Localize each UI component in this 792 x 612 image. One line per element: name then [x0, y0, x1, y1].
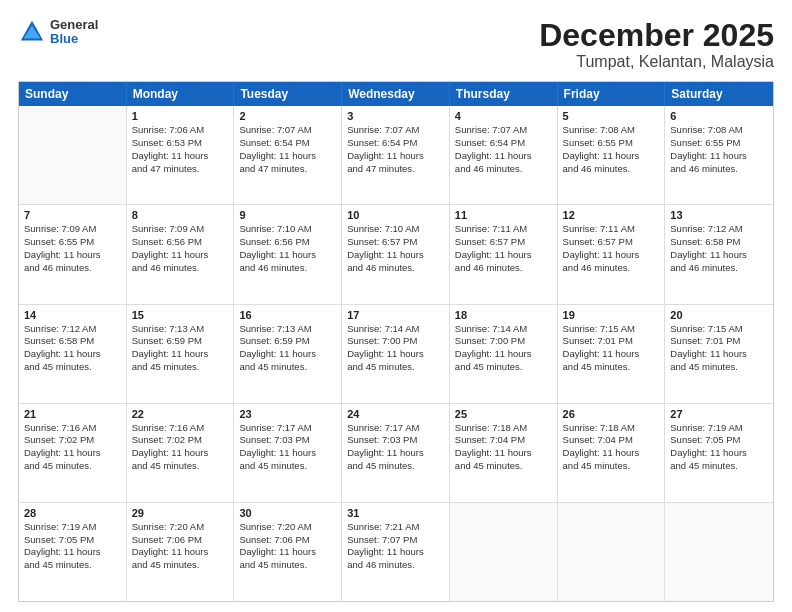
cell-line: Daylight: 11 hours: [563, 249, 660, 262]
cell-line: Daylight: 11 hours: [239, 150, 336, 163]
cell-line: Sunset: 7:01 PM: [670, 335, 768, 348]
cell-w2-d3: 10Sunrise: 7:10 AMSunset: 6:57 PMDayligh…: [342, 205, 450, 303]
calendar-title: December 2025: [539, 18, 774, 53]
cell-line: Sunrise: 7:19 AM: [24, 521, 121, 534]
cell-line: Daylight: 11 hours: [239, 447, 336, 460]
cell-line: Sunrise: 7:10 AM: [347, 223, 444, 236]
cell-line: and 45 minutes.: [132, 460, 229, 473]
header: General Blue December 2025 Tumpat, Kelan…: [18, 18, 774, 71]
cell-line: Daylight: 11 hours: [24, 546, 121, 559]
title-block: December 2025 Tumpat, Kelantan, Malaysia: [539, 18, 774, 71]
cell-line: Sunset: 6:54 PM: [239, 137, 336, 150]
day-number: 9: [239, 209, 336, 221]
day-number: 12: [563, 209, 660, 221]
cell-line: Sunrise: 7:15 AM: [563, 323, 660, 336]
week-4: 21Sunrise: 7:16 AMSunset: 7:02 PMDayligh…: [19, 404, 773, 503]
cell-w5-d0: 28Sunrise: 7:19 AMSunset: 7:05 PMDayligh…: [19, 503, 127, 601]
logo-text: General Blue: [50, 18, 98, 47]
cell-line: and 46 minutes.: [455, 163, 552, 176]
logo-icon: [18, 18, 46, 46]
cell-line: Sunset: 7:03 PM: [347, 434, 444, 447]
cell-w3-d2: 16Sunrise: 7:13 AMSunset: 6:59 PMDayligh…: [234, 305, 342, 403]
cell-line: and 45 minutes.: [239, 559, 336, 572]
cell-line: Daylight: 11 hours: [132, 348, 229, 361]
day-number: 24: [347, 408, 444, 420]
cell-line: and 46 minutes.: [132, 262, 229, 275]
cell-w1-d1: 1Sunrise: 7:06 AMSunset: 6:53 PMDaylight…: [127, 106, 235, 204]
cell-line: Sunset: 7:04 PM: [455, 434, 552, 447]
cell-line: Sunrise: 7:18 AM: [563, 422, 660, 435]
logo: General Blue: [18, 18, 98, 47]
day-number: 22: [132, 408, 229, 420]
day-number: 17: [347, 309, 444, 321]
cell-line: Daylight: 11 hours: [347, 546, 444, 559]
cell-line: Sunset: 6:57 PM: [563, 236, 660, 249]
cell-line: Sunrise: 7:20 AM: [132, 521, 229, 534]
day-number: 11: [455, 209, 552, 221]
day-number: 25: [455, 408, 552, 420]
header-monday: Monday: [127, 82, 235, 106]
header-tuesday: Tuesday: [234, 82, 342, 106]
cell-line: Daylight: 11 hours: [132, 150, 229, 163]
cell-line: and 46 minutes.: [347, 262, 444, 275]
cell-line: Sunset: 7:06 PM: [132, 534, 229, 547]
cell-line: Sunset: 6:57 PM: [455, 236, 552, 249]
cell-line: Sunset: 6:53 PM: [132, 137, 229, 150]
cell-line: Sunset: 7:01 PM: [563, 335, 660, 348]
cell-line: Sunset: 7:00 PM: [347, 335, 444, 348]
cell-line: Daylight: 11 hours: [24, 249, 121, 262]
cell-w5-d3: 31Sunrise: 7:21 AMSunset: 7:07 PMDayligh…: [342, 503, 450, 601]
cell-line: and 45 minutes.: [132, 361, 229, 374]
cell-line: Daylight: 11 hours: [24, 447, 121, 460]
cell-line: and 45 minutes.: [239, 460, 336, 473]
cell-w2-d5: 12Sunrise: 7:11 AMSunset: 6:57 PMDayligh…: [558, 205, 666, 303]
cell-line: Sunrise: 7:16 AM: [132, 422, 229, 435]
cell-line: and 46 minutes.: [563, 262, 660, 275]
calendar: Sunday Monday Tuesday Wednesday Thursday…: [18, 81, 774, 602]
cell-line: Sunrise: 7:07 AM: [347, 124, 444, 137]
cell-w2-d0: 7Sunrise: 7:09 AMSunset: 6:55 PMDaylight…: [19, 205, 127, 303]
cell-line: Sunrise: 7:17 AM: [239, 422, 336, 435]
cell-w4-d4: 25Sunrise: 7:18 AMSunset: 7:04 PMDayligh…: [450, 404, 558, 502]
cell-line: Sunrise: 7:20 AM: [239, 521, 336, 534]
cell-line: Sunrise: 7:10 AM: [239, 223, 336, 236]
cell-line: and 46 minutes.: [670, 163, 768, 176]
day-number: 20: [670, 309, 768, 321]
cell-w3-d5: 19Sunrise: 7:15 AMSunset: 7:01 PMDayligh…: [558, 305, 666, 403]
cell-line: Sunset: 6:54 PM: [347, 137, 444, 150]
cell-line: Daylight: 11 hours: [239, 249, 336, 262]
day-number: 21: [24, 408, 121, 420]
cell-w5-d2: 30Sunrise: 7:20 AMSunset: 7:06 PMDayligh…: [234, 503, 342, 601]
cell-line: Sunrise: 7:11 AM: [455, 223, 552, 236]
cell-line: and 45 minutes.: [347, 361, 444, 374]
cell-line: Sunset: 6:56 PM: [132, 236, 229, 249]
cell-line: Sunset: 7:02 PM: [132, 434, 229, 447]
header-sunday: Sunday: [19, 82, 127, 106]
cell-line: Sunrise: 7:11 AM: [563, 223, 660, 236]
cell-line: Daylight: 11 hours: [132, 546, 229, 559]
cell-line: Sunrise: 7:18 AM: [455, 422, 552, 435]
cell-line: Sunset: 7:05 PM: [24, 534, 121, 547]
day-number: 16: [239, 309, 336, 321]
cell-line: Daylight: 11 hours: [563, 447, 660, 460]
cell-line: Sunset: 7:02 PM: [24, 434, 121, 447]
logo-blue: Blue: [50, 32, 98, 46]
cell-line: Daylight: 11 hours: [455, 348, 552, 361]
cell-line: and 45 minutes.: [239, 361, 336, 374]
cell-line: Sunset: 6:55 PM: [670, 137, 768, 150]
cell-line: and 46 minutes.: [455, 262, 552, 275]
cell-line: Sunset: 7:07 PM: [347, 534, 444, 547]
cell-line: Sunset: 6:59 PM: [239, 335, 336, 348]
cell-line: Daylight: 11 hours: [239, 348, 336, 361]
cell-line: Daylight: 11 hours: [24, 348, 121, 361]
day-number: 26: [563, 408, 660, 420]
cell-line: Sunrise: 7:21 AM: [347, 521, 444, 534]
cell-line: and 46 minutes.: [239, 262, 336, 275]
cell-line: Daylight: 11 hours: [455, 150, 552, 163]
day-number: 6: [670, 110, 768, 122]
cell-line: and 45 minutes.: [24, 559, 121, 572]
cell-line: and 45 minutes.: [347, 460, 444, 473]
cell-line: Sunset: 7:00 PM: [455, 335, 552, 348]
day-number: 23: [239, 408, 336, 420]
cell-line: Daylight: 11 hours: [347, 249, 444, 262]
